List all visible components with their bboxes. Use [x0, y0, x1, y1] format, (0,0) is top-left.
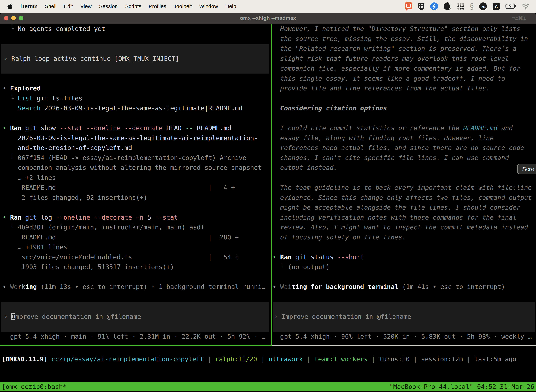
- terminal-line: evidence. Since this change only affects…: [273, 193, 536, 203]
- wifi-icon[interactable]: [522, 3, 530, 10]
- tmux-host-clock-label: "MacBook-Pro-44.local" 04:52 31-Mar-26: [389, 382, 534, 392]
- menubar: iTerm2ShellEditViewSessionScriptsProfile…: [0, 0, 536, 13]
- terminal-line: [1, 64, 269, 74]
- left-agent-pane[interactable]: └ No agents completed yet› Ralph loop ac…: [0, 24, 271, 345]
- shield-grid-icon[interactable]: [418, 2, 425, 10]
- explored-header: • Explored: [2, 84, 271, 93]
- waiting-status-line: • Waiting for background terminal (1m 41…: [273, 282, 536, 292]
- working-status-line: • Working (11m 13s • esc to interrupt) ·…: [2, 282, 271, 292]
- menu-item-view[interactable]: View: [80, 3, 92, 9]
- menubar-status-icons: § ..61 A: [404, 2, 530, 10]
- menu-item-help[interactable]: Help: [225, 3, 236, 9]
- commit-line: └ 067f154 (HEAD -> essay/ai-reimplementa…: [2, 153, 271, 163]
- terminal-line: the "Related research writing" section i…: [273, 44, 536, 54]
- terminal-line: essay file, along with finding root file…: [273, 133, 536, 143]
- ralph-loop-banner: › Ralph loop active continue [OMX_TMUX_I…: [1, 54, 269, 64]
- reasoning-heading: Considering citation options: [273, 103, 536, 113]
- keyboard-a-icon[interactable]: A: [492, 2, 500, 10]
- apple-icon[interactable]: [7, 3, 13, 10]
- terminal-area: └ No agents completed yet› Ralph loop ac…: [0, 24, 536, 392]
- screen-share-label: Scre: [522, 166, 534, 173]
- terminal-line: and-the-erosion-of-copyleft.md: [2, 143, 271, 153]
- right-agent-pane[interactable]: However, I noticed the "Directory Struct…: [272, 24, 536, 345]
- dots-grid-icon[interactable]: [457, 2, 464, 10]
- terminal-line: [273, 302, 535, 312]
- window-titlebar: omx --xhigh --madmax ⌥⌘1: [0, 13, 536, 24]
- terminal-line: [273, 113, 536, 123]
- terminal-line: [2, 292, 271, 302]
- terminal-line: [1, 44, 269, 54]
- terminal-line: the source tree, missing the essay. Stil…: [273, 34, 536, 44]
- battery-icon[interactable]: [505, 4, 516, 9]
- terminal-line: changes, I can't cite specific file line…: [273, 153, 536, 163]
- terminal-line: [2, 34, 271, 44]
- menu-item-edit[interactable]: Edit: [64, 3, 73, 9]
- lightning-badge-icon[interactable]: [430, 2, 438, 10]
- menu-item-profiles[interactable]: Profiles: [148, 3, 166, 9]
- terminal-line: [273, 173, 536, 183]
- model-status-line: gpt-5.4 xhigh · 96% left · 520K in · 5.8…: [273, 331, 536, 342]
- command-line: • Ran git status --short: [273, 252, 536, 262]
- menu-item-iterm2[interactable]: iTerm2: [20, 3, 37, 9]
- terminal-line: 2 files changed, 92 insertions(+): [2, 193, 271, 203]
- output-line: └ (no output): [273, 262, 536, 272]
- screen-share-overlay: Scre: [517, 164, 536, 174]
- explored-search-line: Search 2026-03-09-is-legal-the-same-as-l…: [2, 103, 271, 113]
- terminal-line: 1903 files changed, 513517 insertions(+): [2, 262, 271, 272]
- menu-item-session[interactable]: Session: [99, 3, 118, 9]
- terminal-line: … +1901 lines: [2, 242, 271, 252]
- menu-item-shell[interactable]: Shell: [45, 3, 57, 9]
- agents-status-line: └ No agents completed yet: [2, 24, 271, 34]
- reasoning-text: However, I noticed the "Directory Struct…: [273, 24, 536, 34]
- minimize-button[interactable]: [11, 16, 16, 20]
- omx-status-line: [OMX#0.11.9] cczip/essay/ai-reimplementa…: [0, 346, 536, 364]
- prompt-input[interactable]: › Improve documentation in @filename: [1, 312, 269, 322]
- terminal-line: [2, 202, 271, 213]
- menu-item-scripts[interactable]: Scripts: [125, 3, 141, 9]
- terminal-line: [273, 272, 536, 282]
- traffic-lights: [0, 16, 23, 20]
- badge-61-icon[interactable]: ..61: [479, 2, 487, 10]
- window-shortcut-badge: ⌥⌘1: [512, 15, 536, 21]
- terminal-line: README.md | 4 +: [2, 183, 271, 193]
- terminal-line: [273, 322, 535, 331]
- model-status-line: gpt-5.4 xhigh · main · 91% left · 2.31M …: [2, 331, 271, 342]
- section-squiggle-icon[interactable]: §: [470, 2, 474, 10]
- menu-items: iTerm2ShellEditViewSessionScriptsProfile…: [20, 3, 236, 9]
- terminal-line: review. Also, I might want to inspect th…: [273, 222, 536, 232]
- tmux-panes: └ No agents completed yet› Ralph loop ac…: [0, 24, 536, 345]
- terminal-line: [273, 93, 536, 103]
- terminal-line: 2026-03-09-is-legal-the-same-as-legitima…: [2, 133, 271, 143]
- terminal-line: might be acceptable alongside the file l…: [273, 202, 536, 213]
- zoom-button[interactable]: [19, 16, 23, 20]
- close-button[interactable]: [4, 16, 9, 20]
- terminal-line: slight risk that future readers may over…: [273, 54, 536, 64]
- svg-text:..61: ..61: [481, 5, 486, 9]
- chat-bubble-icon[interactable]: [404, 2, 412, 10]
- terminal-line: references need actual files, and since …: [273, 143, 536, 153]
- command-line: • Ran git log --oneline --decorate -n 5 …: [2, 213, 271, 223]
- tmux-status-bar: [omx-cczip0:bash* "MacBook-Pro-44.local"…: [0, 382, 536, 391]
- terminal-line: [2, 74, 271, 84]
- explored-list-line: └ List git ls-files: [2, 93, 271, 103]
- terminal-line: provide file and line references from th…: [273, 84, 536, 93]
- terminal-line: … +2 lines: [2, 173, 271, 183]
- reasoning-text: I could cite commit statistics or refere…: [273, 123, 536, 133]
- menu-item-window[interactable]: Window: [199, 3, 218, 9]
- terminal-line: [2, 272, 271, 282]
- command-line: • Ran git show --stat --oneline --decora…: [2, 123, 271, 133]
- terminal-line: output instead.: [273, 163, 536, 173]
- menu-item-toolbelt[interactable]: Toolbelt: [174, 3, 192, 9]
- crescent-icon[interactable]: [444, 2, 452, 10]
- terminal-line: [1, 302, 269, 312]
- tmux-session-label: [omx-cczip0:bash*: [2, 382, 67, 392]
- iterm2-window: omx --xhigh --madmax ⌥⌘1 └ No agents com…: [0, 13, 536, 392]
- terminal-line: src/voice/voiceModeEnabled.ts | 54 +: [2, 252, 271, 262]
- commit-line: └ 4b9d30f (origin/main, instructkr/main,…: [2, 222, 271, 232]
- terminal-line: companion file, especially if more comme…: [273, 64, 536, 74]
- terminal-line: [273, 242, 536, 252]
- terminal-line: [273, 292, 536, 302]
- terminal-line: [2, 113, 271, 123]
- prompt-input[interactable]: › Improve documentation in @filename: [273, 312, 535, 322]
- terminal-line: of focusing solely on file lines.: [273, 232, 536, 242]
